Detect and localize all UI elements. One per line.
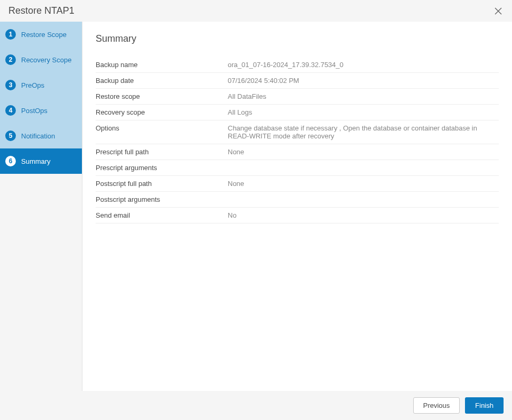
summary-value xyxy=(228,195,499,203)
summary-row-prescript-path: Prescript full path None xyxy=(96,144,499,160)
sidebar-item-label: PostOps xyxy=(21,107,48,115)
wizard-sidebar: 1 Restore Scope 2 Recovery Scope 3 PreOp… xyxy=(0,22,82,391)
sidebar-item-label: Recovery Scope xyxy=(21,56,71,64)
step-number: 6 xyxy=(5,156,16,166)
close-icon xyxy=(494,7,502,15)
summary-row-backup-date: Backup date 07/16/2024 5:40:02 PM xyxy=(96,73,499,89)
summary-label: Postscript full path xyxy=(96,180,228,188)
summary-table: Backup name ora_01_07-16-2024_17.39.32.7… xyxy=(96,57,499,223)
summary-label: Backup date xyxy=(96,77,228,85)
sidebar-item-recovery-scope[interactable]: 2 Recovery Scope xyxy=(0,47,82,72)
summary-label: Send email xyxy=(96,211,228,219)
summary-row-options: Options Change database state if necessa… xyxy=(96,120,499,144)
sidebar-item-preops[interactable]: 3 PreOps xyxy=(0,72,82,98)
dialog-header: Restore NTAP1 xyxy=(0,0,512,22)
sidebar-item-notification[interactable]: 5 Notification xyxy=(0,123,82,148)
summary-value: All DataFiles xyxy=(228,92,499,100)
dialog-footer: Previous Finish xyxy=(0,391,512,420)
step-number: 2 xyxy=(5,54,16,65)
sidebar-item-label: Notification xyxy=(21,132,55,140)
summary-label: Prescript arguments xyxy=(96,164,228,172)
sidebar-item-summary[interactable]: 6 Summary xyxy=(0,148,82,174)
sidebar-item-label: Restore Scope xyxy=(21,31,67,39)
summary-value: Change database state if necessary , Ope… xyxy=(228,124,499,140)
summary-row-backup-name: Backup name ora_01_07-16-2024_17.39.32.7… xyxy=(96,57,499,73)
summary-value: All Logs xyxy=(228,108,499,116)
summary-label: Restore scope xyxy=(96,92,228,100)
summary-row-recovery-scope: Recovery scope All Logs xyxy=(96,105,499,120)
summary-value: No xyxy=(228,211,499,219)
content-title: Summary xyxy=(96,33,499,44)
sidebar-item-restore-scope[interactable]: 1 Restore Scope xyxy=(0,22,82,47)
summary-value: None xyxy=(228,180,499,188)
summary-label: Prescript full path xyxy=(96,148,228,156)
step-number: 5 xyxy=(5,130,16,141)
sidebar-item-label: PreOps xyxy=(21,81,44,89)
finish-button[interactable]: Finish xyxy=(465,397,504,414)
summary-value: 07/16/2024 5:40:02 PM xyxy=(228,77,499,85)
sidebar-item-label: Summary xyxy=(21,157,51,165)
summary-row-send-email: Send email No xyxy=(96,208,499,223)
main-content: Summary Backup name ora_01_07-16-2024_17… xyxy=(82,22,512,391)
step-number: 4 xyxy=(5,105,16,116)
dialog-title: Restore NTAP1 xyxy=(8,5,75,16)
summary-value xyxy=(228,164,499,172)
summary-row-prescript-args: Prescript arguments xyxy=(96,160,499,176)
summary-value: ora_01_07-16-2024_17.39.32.7534_0 xyxy=(228,61,499,69)
step-number: 3 xyxy=(5,80,16,90)
previous-button[interactable]: Previous xyxy=(413,397,460,414)
summary-row-postscript-args: Postscript arguments xyxy=(96,192,499,208)
summary-value: None xyxy=(228,148,499,156)
summary-row-restore-scope: Restore scope All DataFiles xyxy=(96,89,499,105)
dialog-body: 1 Restore Scope 2 Recovery Scope 3 PreOp… xyxy=(0,22,512,391)
summary-label: Postscript arguments xyxy=(96,195,228,203)
step-number: 1 xyxy=(5,29,16,40)
sidebar-item-postops[interactable]: 4 PostOps xyxy=(0,98,82,123)
summary-label: Backup name xyxy=(96,61,228,69)
summary-label: Options xyxy=(96,124,228,140)
close-button[interactable] xyxy=(493,6,504,16)
summary-row-postscript-path: Postscript full path None xyxy=(96,176,499,192)
summary-label: Recovery scope xyxy=(96,108,228,116)
